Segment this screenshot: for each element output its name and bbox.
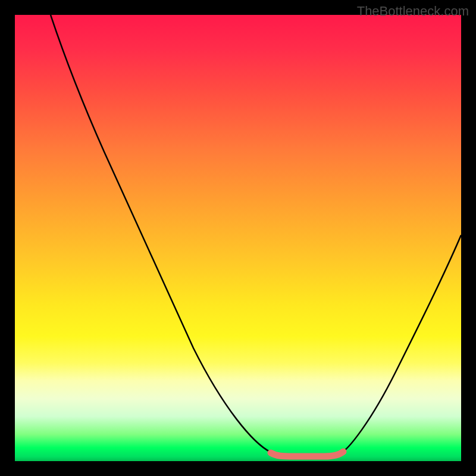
watermark-text: TheBottleneck.com xyxy=(357,4,469,19)
chart-svg xyxy=(15,15,461,461)
bottleneck-curve-path xyxy=(51,15,461,456)
plot-area xyxy=(15,15,461,461)
optimal-range-marker-path xyxy=(271,452,343,456)
